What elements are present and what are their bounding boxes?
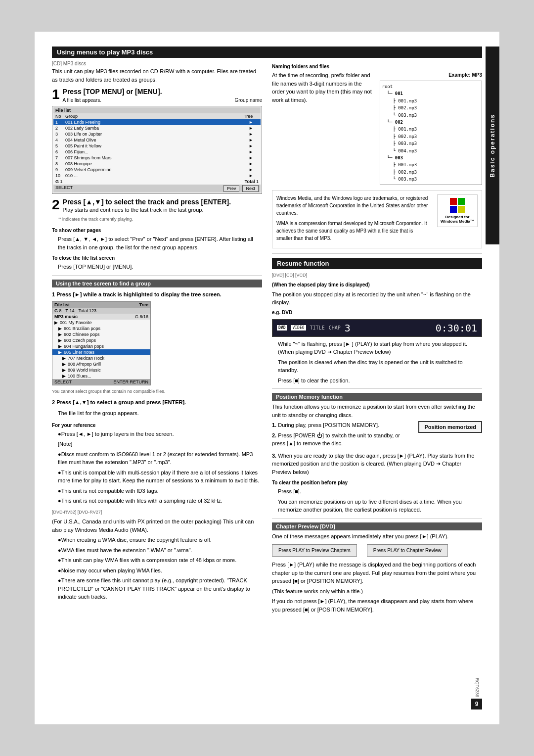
tree-gt: G 8 T 14 Total 123 [52, 308, 150, 314]
pos-mem-header: Position Memory function [272, 393, 482, 401]
step2-desc: Play starts and continues to the last tr… [52, 206, 262, 214]
example-label: Example: MP3 [380, 71, 483, 79]
wma-bullet4: ●Noise may occur when playing WMA files. [52, 567, 262, 575]
tree-step2-title: 2 Press [▲,▼] to select a group and pres… [52, 398, 262, 407]
folder-001: └─ 001 ├ 001.mp3 ├ 002.mp3 └ 003.mp3 [387, 90, 480, 119]
ref-note: [Note] [52, 440, 262, 448]
row1-name: 001 Ends Freeing [65, 120, 249, 125]
wma-bullet5: ●There are some files this unit cannot p… [52, 576, 262, 601]
preview-chapters-btn[interactable]: Press PLAY to Preview Chapters [272, 544, 357, 557]
ref-label: For your reference [52, 422, 262, 429]
file-003-2: ├ 002.mp3 [393, 169, 480, 176]
win-sq-3 [450, 206, 457, 213]
chapter-review-btn[interactable]: Press PLAY to Chapter Review [367, 544, 448, 557]
show-other-pages: To show other pages Press [▲, ▼, ◄, ►] t… [52, 227, 262, 251]
tree-folder-2: ▶601 Brazilian pops [52, 326, 150, 331]
dvd-rv32-text: (For U.S.A., Canada and units with PX pr… [52, 518, 262, 534]
dvd-rv32-section: [DVD-RV32] [DVD-RV27] (For U.S.A., Canad… [52, 509, 262, 601]
folder-001-files: ├ 001.mp3 ├ 002.mp3 └ 003.mp3 [393, 97, 480, 119]
tree-screen-header: File list Tree [52, 302, 150, 308]
file-002-3: ├ 003.mp3 [393, 140, 480, 147]
screen-header: File list [53, 107, 261, 113]
tree-folder-1: ▶001 My Favorite [52, 320, 150, 326]
resume-when-label: (When the elapsed play time is displayed… [272, 281, 482, 288]
naming-section: Naming folders and files At the time of … [272, 63, 482, 185]
tree-screen: File list Tree G 8 T 14 Total 123 MP3 mu… [52, 301, 151, 385]
col-no: No [55, 114, 65, 119]
dvd-display: DVD VIDEO TITLE CHAP 3 0:30:01 [272, 319, 482, 337]
root-node: root [382, 83, 480, 90]
pos-mem-step3: 3. When you are ready to play the disc a… [272, 452, 482, 476]
for-your-reference: For your reference ●Press [◄, ►] to jump… [52, 422, 262, 505]
step1-block: 1 Press [TOP MENU] or [MENU]. A file lis… [52, 88, 262, 194]
file-row-2: 2002 Lady Samba► [53, 125, 261, 131]
file-001-2: ├ 002.mp3 [393, 104, 480, 111]
chapter-preview-text1: Press [►] (PLAY) while the message is di… [272, 561, 482, 585]
left-column: [CD] MP3 discs This unit can play MP3 fi… [52, 61, 262, 615]
ref-bullet5: ●This unit is not compatible with files … [52, 497, 262, 505]
ref-bullet4: ●This unit is not compatible with ID3 ta… [52, 487, 262, 495]
step1-label1: A file list appears. [63, 97, 101, 103]
ref-bullet2: ●Discs must conform to ISO9660 level 1 o… [52, 450, 262, 467]
pos-mem-steps-left: 1. During play, press [POSITION MEMORY].… [272, 421, 413, 450]
close-text: Press [TOP MENU] or [MENU]. [52, 263, 262, 271]
clear-pos-text: Press [■]. [272, 487, 482, 496]
resume-bullet3: Press [■] to clear the position. [272, 377, 482, 385]
position-memorized-label: Position memorized [418, 421, 482, 433]
screen-col-headers: No Group Tree [53, 113, 261, 119]
win-sq-1 [450, 198, 457, 205]
file-003-1: ├ 001.mp3 [393, 161, 480, 168]
dvd-rv32-label: [DVD-RV32] [DVD-RV27] [52, 509, 262, 516]
tree-folder-9: ▶809 World Music [52, 367, 150, 373]
windows-text2: WMA is a compression format developed by… [276, 220, 428, 242]
chapter-preview-buttons: Press PLAY to Preview Chapters Press PLA… [272, 544, 482, 557]
file-002-4: └ 004.mp3 [393, 147, 480, 154]
step1-label2: Group name [234, 97, 262, 103]
tree-folder-3: ▶602 Chinese pops [52, 331, 150, 337]
file-row-1: 1 001 Ends Freeing ► [53, 119, 261, 125]
page-number: 9 [471, 699, 482, 709]
next-btn[interactable]: Next [242, 185, 259, 192]
show-pages-label: To show other pages [52, 227, 262, 234]
pos-mem-steps: 1. During play, press [POSITION MEMORY].… [272, 421, 482, 450]
col-group: Group [65, 114, 244, 119]
file-002-1: ├ 001.mp3 [393, 126, 480, 133]
windows-note-box: Windows Media, and the Windows logo are … [272, 190, 482, 248]
file-001-1: ├ 001.mp3 [393, 97, 480, 104]
step1-title: Press [TOP MENU] or [MENU]. [63, 88, 162, 95]
windows-grid [450, 198, 465, 213]
mp3-tree-diagram: root └─ 001 ├ 001.mp3 ├ 002.mp3 └ 003.mp… [380, 81, 483, 185]
chap-label: CHAP [329, 325, 341, 331]
file-list-label: File list [55, 108, 71, 113]
win-sq-4 [458, 206, 465, 213]
resume-bullet1: While "~" is flashing, press [► ] (PLAY)… [272, 340, 482, 356]
row1-arrow: ► [249, 120, 259, 125]
close-file-list: To close the file list screen Press [TOP… [52, 254, 262, 271]
screen-gt-row: G 1Total 1 [53, 179, 261, 185]
windows-media-label: Windows Media™ [441, 219, 474, 224]
tree-folder-10: ▶100 Blues... [52, 373, 150, 379]
folder-003-files: ├ 001.mp3 ├ 002.mp3 └ 003.mp3 [393, 161, 480, 183]
folder-003: └─ 003 ├ 001.mp3 ├ 002.mp3 └ 003.mp3 [387, 154, 480, 183]
tree-step1-title: 1 Press [►] while a track is highlighted… [52, 290, 262, 299]
title-label: TITLE [310, 325, 325, 331]
file-list-screen: File list No Group Tree 1 001 Ends Freei… [52, 106, 262, 194]
clear-pos-label: To clear the position before play [272, 479, 482, 486]
file-row-3: 3003 Life on Jupiter► [53, 131, 261, 137]
file-row-8: 8008 Hornpipe...► [53, 161, 261, 167]
show-pages-text: Press [▲, ▼, ◄, ►] to select "Prev" or "… [52, 235, 262, 251]
dvd-tag: DVD [277, 325, 287, 331]
file-row-7: 7007 Shrimps from Mars► [53, 155, 261, 161]
file-row-6: 6006 Fijian...► [53, 149, 261, 155]
prev-btn[interactable]: Prev [223, 185, 240, 192]
screen-bottom: SELECT Prev Next [53, 185, 261, 192]
ref-bullet1: ●Press [◄, ►] to jump layers in the tree… [52, 430, 262, 438]
folder-002: └─ 002 ├ 001.mp3 ├ 002.mp3 ├ 003.mp3 └ 0… [387, 119, 480, 154]
tree-note: You cannot select groups that contain no… [52, 388, 262, 395]
resume-format-label: [DVD] [CD] [VCD] [272, 272, 482, 279]
pos-mem-step2: 2. Press [POWER ⏻] to switch the unit to… [272, 431, 413, 448]
file-003-3: └ 003.mp3 [393, 176, 480, 183]
chapter-preview-text3: If you do not press [►] (PLAY), the mess… [272, 597, 482, 614]
intro-text: This unit can play MP3 files recorded on… [52, 67, 262, 84]
tree-section-header: Using the tree screen to find a group [52, 280, 262, 287]
